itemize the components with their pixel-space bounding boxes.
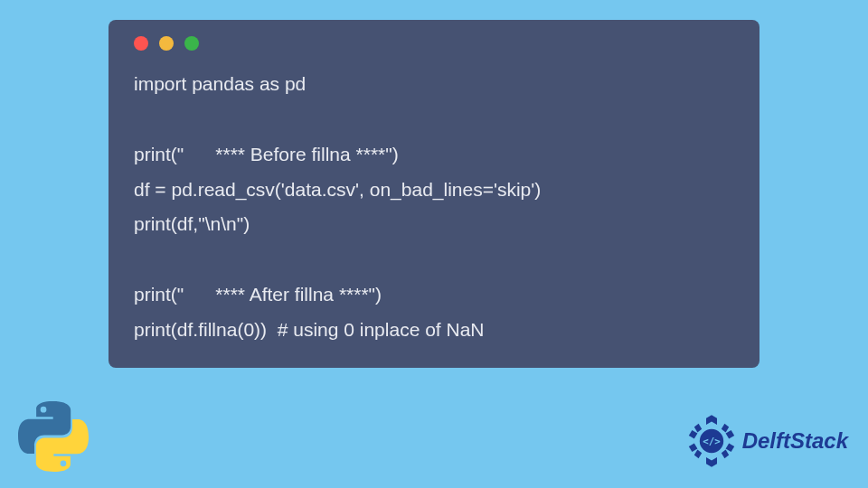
svg-marker-2 bbox=[725, 430, 734, 439]
svg-marker-6 bbox=[712, 457, 717, 467]
svg-marker-7 bbox=[706, 457, 712, 467]
window-controls bbox=[134, 36, 734, 51]
delftstack-icon: </> bbox=[684, 414, 739, 468]
delftstack-label: DelftStack bbox=[742, 428, 848, 454]
window-maximize-dot bbox=[184, 36, 199, 51]
window-close-dot bbox=[134, 36, 148, 51]
window-minimize-dot bbox=[159, 36, 174, 51]
python-icon bbox=[18, 401, 89, 472]
svg-marker-11 bbox=[693, 450, 701, 459]
svg-marker-9 bbox=[693, 424, 701, 433]
svg-marker-5 bbox=[688, 443, 697, 452]
svg-marker-3 bbox=[688, 430, 697, 439]
svg-marker-8 bbox=[721, 424, 728, 433]
svg-marker-1 bbox=[706, 415, 712, 425]
svg-text:</>: </> bbox=[703, 436, 721, 447]
code-window: import pandas as pd print(" **** Before … bbox=[108, 20, 760, 368]
delftstack-logo: </> DelftStack bbox=[684, 414, 848, 468]
code-block: import pandas as pd print(" **** Before … bbox=[134, 67, 734, 348]
svg-marker-0 bbox=[712, 415, 717, 425]
svg-marker-10 bbox=[721, 450, 728, 459]
svg-marker-4 bbox=[725, 443, 734, 452]
